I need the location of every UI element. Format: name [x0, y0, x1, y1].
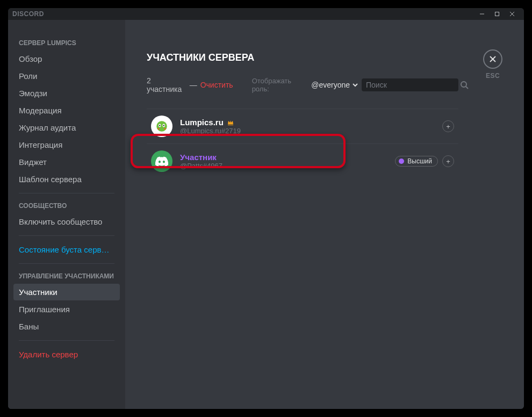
- close-settings-button[interactable]: [483, 49, 502, 69]
- sidebar-item-moderation[interactable]: Модерация: [13, 102, 120, 119]
- sidebar-item-delete-server[interactable]: Удалить сервер: [13, 346, 120, 363]
- sidebar-separator: [19, 263, 114, 264]
- sidebar-item-widget[interactable]: Виджет: [13, 154, 120, 170]
- sidebar-item-emoji[interactable]: Эмодзи: [13, 85, 120, 102]
- svg-point-12: [159, 125, 160, 126]
- sidebar-separator: [19, 235, 114, 236]
- sidebar-header-community: СООБЩЕСТВО: [13, 199, 120, 213]
- member-count: 2 участника: [147, 76, 186, 94]
- member-tag: @Lumpics.ru#2719: [180, 127, 241, 135]
- avatar: [151, 150, 172, 172]
- svg-point-13: [163, 125, 164, 126]
- dash: —: [190, 81, 197, 89]
- svg-rect-1: [495, 12, 499, 16]
- member-row[interactable]: Lumpics.ru @Lumpics.ru#2719 +: [147, 109, 458, 143]
- svg-point-14: [158, 128, 160, 130]
- sidebar-item-members[interactable]: Участники: [13, 284, 120, 300]
- avatar: [151, 116, 172, 137]
- filter-row: 2 участника — Очистить Отображать роль: …: [147, 76, 458, 94]
- window-titlebar: DISCORD: [8, 8, 524, 20]
- sidebar-item-bans[interactable]: Баны: [13, 318, 120, 335]
- add-role-button[interactable]: +: [442, 120, 454, 132]
- search-input[interactable]: [366, 81, 460, 89]
- sidebar-item-roles[interactable]: Роли: [13, 68, 120, 84]
- chevron-down-icon: [352, 82, 358, 88]
- window-minimize-button[interactable]: [475, 8, 490, 20]
- role-filter-value: @everyone: [311, 81, 350, 89]
- page-title: УЧАСТНИКИ СЕРВЕРА: [147, 52, 502, 63]
- window-maximize-button[interactable]: [490, 8, 505, 20]
- role-chip-label: Высший: [407, 157, 432, 165]
- sidebar-item-boost-status[interactable]: Состояние буста серв…: [13, 241, 120, 258]
- clear-filter-link[interactable]: Очистить: [200, 81, 233, 89]
- role-chip[interactable]: Высший: [395, 156, 438, 167]
- member-name: Lumpics.ru: [180, 118, 241, 127]
- sidebar-item-integrations[interactable]: Интеграция: [13, 136, 120, 153]
- window-close-button[interactable]: [505, 8, 520, 20]
- sidebar-item-overview[interactable]: Обзор: [13, 51, 120, 67]
- close-settings-label: ESC: [486, 72, 500, 80]
- member-list: Lumpics.ru @Lumpics.ru#2719 + Участник: [147, 109, 458, 178]
- sidebar-item-invites[interactable]: Приглашения: [13, 301, 120, 318]
- svg-line-7: [466, 87, 468, 89]
- role-filter-dropdown[interactable]: @everyone: [311, 81, 358, 89]
- search-icon: [460, 81, 469, 89]
- member-tag: @Patts#4967: [180, 162, 222, 170]
- member-search-box[interactable]: [362, 78, 458, 91]
- content-area: ESC УЧАСТНИКИ СЕРВЕРА 2 участника — Очис…: [125, 20, 524, 409]
- sidebar-header-user-management: УПРАВЛЕНИЕ УЧАСТНИКАМИ: [13, 269, 120, 283]
- svg-point-15: [164, 128, 166, 130]
- sidebar-item-audit-log[interactable]: Журнал аудита: [13, 119, 120, 136]
- sidebar-item-template[interactable]: Шаблон сервера: [13, 171, 120, 188]
- display-role-label: Отображать роль:: [252, 77, 308, 93]
- sidebar-separator: [19, 340, 114, 341]
- settings-sidebar: СЕРВЕР LUMPICS Обзор Роли Эмодзи Модерац…: [8, 20, 125, 409]
- app-brand: DISCORD: [12, 10, 44, 18]
- sidebar-item-enable-community[interactable]: Включить сообщество: [13, 213, 120, 230]
- owner-crown-icon: [227, 119, 234, 126]
- svg-point-9: [156, 121, 167, 132]
- add-role-button[interactable]: +: [442, 155, 454, 167]
- member-name: Участник: [180, 153, 222, 162]
- sidebar-header-server: СЕРВЕР LUMPICS: [13, 36, 120, 50]
- role-color-dot: [399, 159, 404, 164]
- svg-point-6: [461, 82, 466, 87]
- sidebar-separator: [19, 193, 114, 193]
- member-row[interactable]: Участник @Patts#4967 Высший +: [147, 143, 458, 178]
